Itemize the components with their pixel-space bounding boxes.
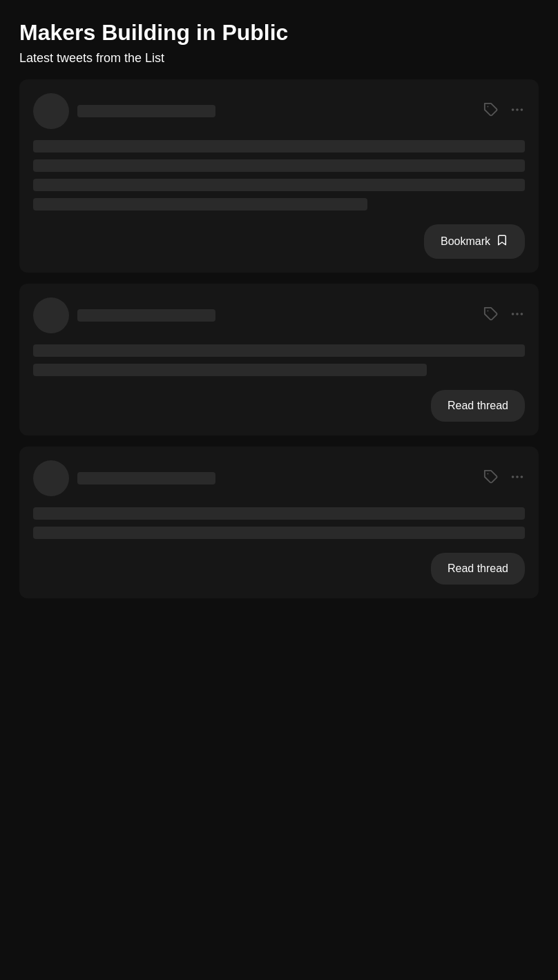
tweet-footer-2: Read thread: [33, 390, 525, 422]
read-thread-button-2[interactable]: Read thread: [431, 553, 525, 585]
content-line: [33, 507, 525, 520]
content-line: [33, 179, 525, 191]
content-line: [33, 140, 525, 153]
page-header: Makers Building in Public Latest tweets …: [0, 0, 558, 79]
svg-point-9: [512, 476, 514, 478]
username-placeholder-2: [77, 309, 215, 322]
tag-icon-3[interactable]: [483, 469, 499, 488]
tweet-card-3: Read thread: [19, 447, 539, 598]
avatar-2: [33, 297, 69, 333]
more-menu-icon-3[interactable]: [510, 469, 525, 488]
tweet-card-1: Bookmark: [19, 79, 539, 273]
content-line: [33, 364, 427, 376]
tweet-actions-3: [483, 469, 525, 488]
svg-point-7: [521, 313, 523, 315]
content-line: [33, 198, 367, 210]
read-thread-label-1: Read thread: [448, 400, 508, 412]
tweet-content-3: [33, 507, 525, 539]
tweet-header-2: [33, 297, 525, 333]
tweet-card-2: Read thread: [19, 284, 539, 435]
page-title: Makers Building in Public: [19, 19, 539, 46]
tweet-header-left-3: [33, 460, 215, 496]
tweet-actions-1: [483, 102, 525, 121]
tweet-header-left-1: [33, 93, 215, 129]
bookmark-label: Bookmark: [441, 235, 490, 248]
content-line: [33, 344, 525, 357]
tweets-container: Bookmark: [0, 79, 558, 598]
page-subtitle: Latest tweets from the List: [19, 51, 539, 66]
more-menu-icon-1[interactable]: [510, 102, 525, 121]
avatar-1: [33, 93, 69, 129]
svg-point-1: [512, 108, 514, 111]
more-menu-icon-2[interactable]: [510, 306, 525, 325]
tag-icon-1[interactable]: [483, 102, 499, 121]
tweet-content-1: [33, 140, 525, 210]
svg-point-10: [516, 476, 519, 478]
svg-point-6: [516, 313, 519, 315]
tweet-header-1: [33, 93, 525, 129]
tag-icon-2[interactable]: [483, 306, 499, 325]
svg-point-5: [512, 313, 514, 315]
read-thread-label-2: Read thread: [448, 562, 508, 575]
tweet-footer-3: Read thread: [33, 553, 525, 585]
bookmark-button[interactable]: Bookmark: [424, 224, 525, 259]
content-line: [33, 527, 525, 539]
tweet-header-3: [33, 460, 525, 496]
svg-point-11: [521, 476, 523, 478]
username-placeholder-1: [77, 105, 215, 117]
tweet-actions-2: [483, 306, 525, 325]
content-line: [33, 159, 525, 172]
tweet-footer-1: Bookmark: [33, 224, 525, 259]
bookmark-icon: [496, 234, 508, 249]
read-thread-button-1[interactable]: Read thread: [431, 390, 525, 422]
tweet-content-2: [33, 344, 525, 376]
svg-point-3: [521, 108, 523, 111]
tweet-header-left-2: [33, 297, 215, 333]
username-placeholder-3: [77, 472, 215, 484]
avatar-3: [33, 460, 69, 496]
svg-point-2: [516, 108, 519, 111]
